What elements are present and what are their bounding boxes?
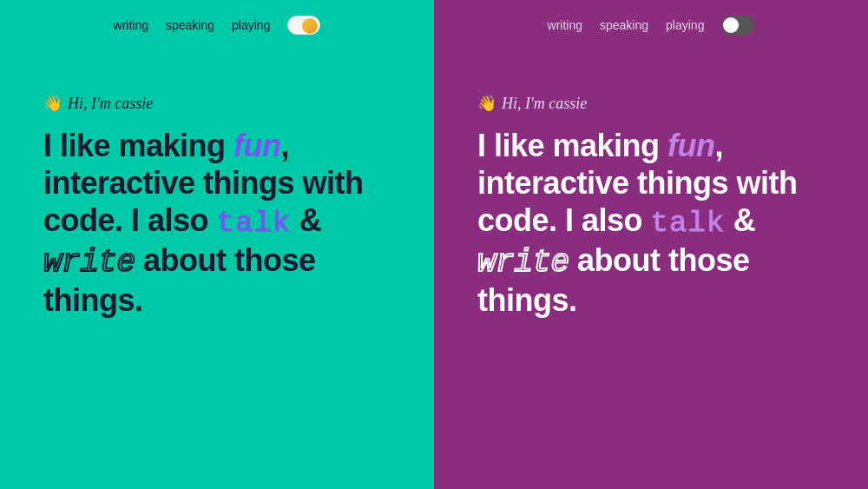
left-theme-toggle[interactable] bbox=[287, 16, 320, 35]
left-content: 👋 Hi, I'm cassie I like making fun, inte… bbox=[43, 50, 391, 489]
right-heading-part1: I like making bbox=[477, 128, 667, 163]
left-nav-writing[interactable]: writing bbox=[114, 18, 148, 32]
right-theme-toggle-container bbox=[721, 16, 754, 35]
right-wave-icon: 👋 bbox=[477, 94, 496, 113]
left-panel: writing speaking playing 👋 Hi, I'm cassi… bbox=[0, 0, 434, 489]
left-main-heading: I like making fun, interactive things wi… bbox=[43, 127, 391, 320]
right-heading-talk: talk bbox=[651, 207, 726, 240]
left-toggle-knob bbox=[302, 18, 318, 34]
left-nav: writing speaking playing bbox=[43, 0, 391, 50]
right-nav-writing[interactable]: writing bbox=[548, 18, 582, 32]
left-theme-toggle-container bbox=[287, 16, 320, 35]
right-nav: writing speaking playing bbox=[477, 0, 825, 50]
left-nav-speaking[interactable]: speaking bbox=[166, 18, 214, 32]
right-heading-fun: fun bbox=[667, 128, 714, 163]
left-wave-icon: 👋 bbox=[43, 94, 62, 113]
right-nav-playing[interactable]: playing bbox=[666, 18, 704, 32]
right-theme-toggle[interactable] bbox=[721, 16, 754, 35]
left-greeting-text: Hi, I'm cassie bbox=[68, 95, 153, 113]
left-greeting-line: 👋 Hi, I'm cassie bbox=[43, 94, 391, 113]
right-heading-write: write bbox=[477, 245, 569, 281]
right-heading-amp: & bbox=[725, 202, 755, 238]
right-toggle-knob bbox=[723, 17, 739, 33]
right-nav-speaking[interactable]: speaking bbox=[600, 18, 648, 32]
left-heading-write: write bbox=[43, 245, 135, 281]
left-nav-playing[interactable]: playing bbox=[232, 18, 270, 32]
left-heading-fun: fun bbox=[233, 128, 280, 163]
left-heading-part1: I like making bbox=[43, 128, 233, 163]
right-greeting-text: Hi, I'm cassie bbox=[502, 95, 587, 113]
left-heading-talk: talk bbox=[217, 207, 292, 240]
right-greeting-line: 👋 Hi, I'm cassie bbox=[477, 94, 825, 113]
left-heading-amp: & bbox=[291, 202, 321, 238]
right-panel: writing speaking playing 👋 Hi, I'm cassi… bbox=[434, 0, 868, 489]
right-content: 👋 Hi, I'm cassie I like making fun, inte… bbox=[477, 50, 825, 489]
right-main-heading: I like making fun, interactive things wi… bbox=[477, 127, 825, 320]
